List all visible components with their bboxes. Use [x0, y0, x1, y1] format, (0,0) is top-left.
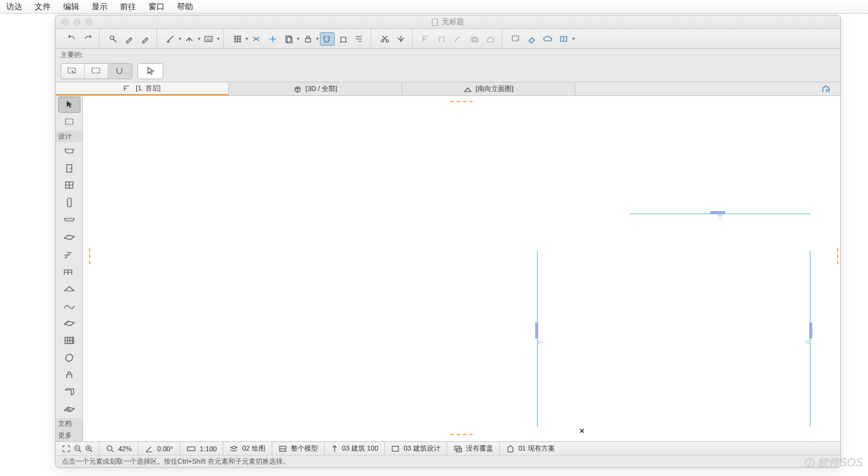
corner-button[interactable] — [435, 32, 450, 46]
menu-file[interactable]: 文件 — [35, 1, 51, 12]
wall-button[interactable] — [419, 32, 434, 46]
menu-go[interactable]: 前往 — [120, 1, 136, 12]
window-tool[interactable] — [58, 177, 80, 193]
home-button[interactable] — [483, 32, 498, 46]
cut-button[interactable] — [377, 32, 392, 46]
close-button[interactable] — [62, 19, 69, 25]
menu-help[interactable]: 帮助 — [177, 1, 193, 12]
cloud-button[interactable] — [541, 32, 556, 46]
tab-elevation[interactable]: [南向立面图] — [402, 82, 575, 95]
building-icon — [822, 85, 835, 93]
coord-button[interactable]: xy — [202, 32, 217, 46]
tab-floor-plan[interactable]: [1. 首层] — [56, 82, 229, 95]
scale-value[interactable]: 1:100 — [180, 442, 224, 455]
tab-overflow[interactable] — [822, 82, 840, 95]
shell-tool[interactable] — [58, 298, 80, 314]
plan-value[interactable]: 01 现有方案 — [500, 442, 561, 455]
zoom-button[interactable] — [85, 19, 92, 25]
menu-app[interactable]: 访达 — [6, 1, 22, 12]
design-value[interactable]: 03 建筑设计 — [385, 442, 447, 455]
magnet-active-button[interactable] — [320, 32, 335, 46]
chevron-down-icon[interactable]: ▾ — [297, 36, 299, 41]
plan-icon — [506, 444, 515, 453]
selmode-partial-button[interactable] — [61, 64, 85, 79]
roof-tool[interactable] — [58, 280, 80, 296]
canvas[interactable]: ▽ ▷ ◁ ✕ — [83, 96, 840, 441]
select-group-button[interactable] — [509, 32, 523, 46]
menu-view[interactable]: 显示 — [92, 1, 108, 12]
pick-button[interactable] — [106, 32, 121, 46]
override-value[interactable]: 没有覆盖 — [447, 442, 500, 455]
layer-value[interactable]: 02 绘图 — [223, 442, 272, 455]
mesh-tool[interactable] — [58, 401, 80, 417]
tab-label: [1. 首层] — [135, 84, 160, 93]
chevron-down-icon[interactable]: ▾ — [217, 36, 220, 41]
arc-button[interactable] — [451, 32, 466, 46]
stair-tool[interactable] — [58, 246, 80, 262]
eraser-button[interactable] — [525, 32, 539, 46]
angle-value[interactable]: 0.00° — [139, 442, 180, 455]
model-value[interactable]: 整个模型 — [272, 442, 325, 455]
marquee-tool[interactable] — [58, 114, 80, 130]
chevron-down-icon[interactable]: ▾ — [198, 36, 200, 41]
zone-tool[interactable] — [58, 384, 80, 400]
guide-triangle-h: ▽ — [718, 214, 723, 220]
trim-button[interactable] — [393, 32, 408, 46]
snap2-button[interactable] — [265, 32, 280, 46]
angle-icon — [145, 444, 153, 453]
railing-tool[interactable] — [58, 264, 80, 280]
guide-line-v1 — [537, 251, 538, 427]
grid-button[interactable] — [230, 32, 245, 46]
column-tool[interactable] — [58, 194, 80, 210]
svg-rect-24 — [392, 446, 398, 451]
book-button[interactable] — [557, 32, 572, 46]
chevron-down-icon[interactable]: ▾ — [572, 36, 575, 41]
window-controls — [56, 19, 92, 25]
redo-button[interactable] — [80, 32, 95, 46]
selmode-rect-button[interactable] — [85, 64, 108, 79]
measure-button[interactable] — [183, 32, 197, 46]
ruler-button[interactable] — [163, 32, 178, 46]
document-icon — [432, 19, 438, 26]
layer-text: 02 绘图 — [242, 444, 265, 453]
zoom-controls[interactable] — [56, 442, 100, 455]
tab-3d[interactable]: [3D / 全部] — [229, 82, 402, 95]
slab-tool[interactable] — [58, 229, 80, 245]
menu-edit[interactable]: 编辑 — [63, 1, 79, 12]
wall-tool[interactable] — [58, 143, 80, 159]
arch-value[interactable]: 03 建筑 100 — [325, 442, 385, 455]
align-button[interactable] — [352, 32, 367, 46]
palette-design-header: 设计 — [56, 131, 82, 142]
skylight-tool[interactable] — [58, 315, 80, 331]
menu-window[interactable]: 窗口 — [148, 1, 165, 12]
selmode-magnet-button[interactable] — [108, 64, 132, 79]
svg-point-21 — [107, 446, 112, 451]
chevron-down-icon[interactable]: ▾ — [316, 36, 319, 41]
object-tool[interactable] — [58, 367, 80, 383]
chevron-down-icon[interactable]: ▾ — [179, 36, 181, 41]
zoom-value[interactable]: 42% — [100, 442, 139, 455]
trace-button[interactable] — [336, 32, 351, 46]
guide-tri-v1: ▷ — [538, 339, 543, 345]
beam-tool[interactable] — [58, 212, 80, 228]
eyedropper2-button[interactable] — [138, 32, 153, 46]
hint-bar: 点击一个元素或划取一个选择区。按住Ctrl+Shift 在元素和子元素切换选择。 — [56, 455, 840, 467]
guide-line-v2 — [810, 251, 810, 427]
floor-plan-icon — [123, 85, 132, 92]
palette-doc-header: 文档 — [56, 418, 82, 430]
arrow-tool[interactable] — [58, 97, 80, 113]
door-tool[interactable] — [58, 160, 80, 176]
zoom-fit-icon — [62, 444, 71, 453]
eyedropper1-button[interactable] — [122, 32, 137, 46]
arrow-tool-button[interactable] — [137, 63, 163, 79]
lock-button[interactable] — [301, 32, 316, 46]
offset-button[interactable] — [467, 32, 482, 46]
scale-text: 1:100 — [200, 445, 217, 452]
chevron-down-icon[interactable]: ▾ — [246, 36, 248, 41]
curtain-wall-tool[interactable] — [58, 332, 80, 348]
morph-tool[interactable] — [58, 350, 80, 366]
minimize-button[interactable] — [74, 19, 80, 25]
snap1-button[interactable] — [249, 32, 264, 46]
undo-button[interactable] — [64, 32, 79, 46]
page-button[interactable] — [281, 32, 296, 46]
